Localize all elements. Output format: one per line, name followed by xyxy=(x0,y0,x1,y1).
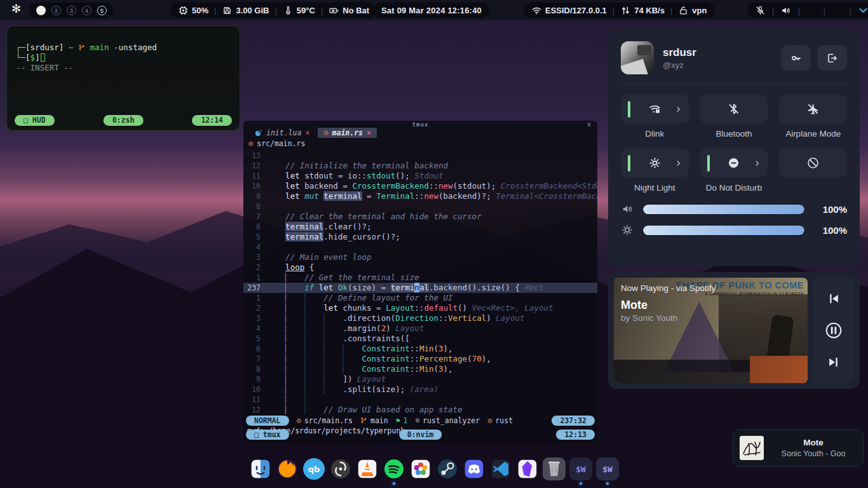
dock-item-terminal-w2: $W xyxy=(596,458,619,485)
battery-status: No Bat xyxy=(329,5,369,16)
trash-icon[interactable] xyxy=(543,458,566,480)
code-line[interactable]: 10 let backend = CrosstermBackend::new(s… xyxy=(243,181,597,191)
window-close-button[interactable]: x xyxy=(587,121,591,128)
terminal-w2-icon[interactable]: $W xyxy=(596,458,619,480)
workspace-3[interactable]: 3 xyxy=(67,6,76,15)
code-line[interactable]: 8 xyxy=(243,201,597,212)
obsidian-icon[interactable] xyxy=(516,458,539,480)
editor-window[interactable]: tmux x init.lua×⚙main.rs× ⚙src/main.rs 1… xyxy=(243,121,597,443)
code-line[interactable]: 6 terminal.clear()?; xyxy=(243,222,597,232)
dnd-toggle[interactable] xyxy=(700,149,768,177)
zsh-session-pill[interactable]: 0:zsh xyxy=(104,115,144,126)
settings-gear-icon[interactable] xyxy=(806,5,817,16)
gear-icon: ⚙ xyxy=(416,416,420,424)
chevron-right-icon[interactable] xyxy=(753,159,761,167)
workspace-1[interactable] xyxy=(36,6,46,15)
chevron-right-icon[interactable] xyxy=(674,159,682,167)
code-line[interactable]: 5 terminal.hide_cursor()?; xyxy=(243,232,597,242)
track-title: Mote xyxy=(621,299,648,312)
volume-slider-row: 100% xyxy=(621,203,847,215)
terminal-w1-icon[interactable]: $W xyxy=(569,458,592,480)
chevron-right-icon[interactable] xyxy=(674,105,682,113)
terminal-window[interactable]: ┌─[srdusr] ~ main -unstaged └─[$] -- INS… xyxy=(6,25,240,131)
vi-mode-indicator: -- INSERT -- xyxy=(16,63,73,72)
distro-logo-icon[interactable]: ✻ xyxy=(11,2,21,16)
photos-icon[interactable] xyxy=(409,458,432,480)
code-line[interactable]: 11 ▏ ▏ xyxy=(243,395,597,405)
code-line[interactable]: 6 ▏ ▏ ▏ ▏ Constraint::Min(3), xyxy=(243,344,597,354)
pause-button[interactable] xyxy=(824,321,843,340)
active-indicator xyxy=(628,101,630,118)
vscode-icon[interactable] xyxy=(489,458,512,480)
code-line[interactable]: 3 ▏ ▏ ▏ .direction(Direction::Vertical) … xyxy=(243,313,597,323)
lua-file-icon xyxy=(254,129,262,137)
code-line[interactable]: 7 ▏ ▏ ▏ ▏ Constraint::Percentage(70), xyxy=(243,354,597,364)
code-line[interactable]: 11 let stdout = io::stdout(); Stdout xyxy=(243,171,597,181)
chevron-down-icon[interactable] xyxy=(858,5,868,16)
vlc-icon[interactable] xyxy=(356,458,379,480)
breadcrumb: ⚙src/main.rs xyxy=(248,139,305,148)
dock-item-steam xyxy=(436,458,459,485)
session-actions xyxy=(781,45,847,71)
wifi-toggle[interactable] xyxy=(621,95,689,123)
bluetooth-toggle[interactable] xyxy=(700,95,768,123)
tab-label: init.lua xyxy=(266,128,301,137)
workspace-2[interactable]: 2 xyxy=(51,6,61,15)
file-manager-icon[interactable] xyxy=(249,458,272,480)
bluetooth-toggle-label: Bluetooth xyxy=(715,129,752,140)
lock-button[interactable] xyxy=(781,45,811,71)
qbittorrent-icon[interactable]: qb xyxy=(303,458,325,480)
tab-close-icon[interactable]: × xyxy=(305,128,309,137)
previous-button[interactable] xyxy=(827,292,841,306)
night-light-toggle[interactable] xyxy=(621,149,689,177)
code-line[interactable]: 1 ▏ ▏ // Define layout for the UI xyxy=(243,293,597,303)
terminal-cursor xyxy=(41,53,45,62)
git-branch-icon xyxy=(360,417,367,424)
blocked-toggle[interactable] xyxy=(779,149,847,177)
volume-slider[interactable] xyxy=(642,204,805,215)
microphone-muted-icon[interactable] xyxy=(755,5,766,16)
network-widget: ESSID/127.0.0.1|74 KB/s|vpn xyxy=(524,3,714,18)
tab-close-icon[interactable]: × xyxy=(367,128,371,137)
spotify-icon[interactable] xyxy=(383,458,405,480)
code-area[interactable]: 1312 // Initialize the terminal backend1… xyxy=(243,151,597,415)
code-line[interactable]: 4 ▏ ▏ ▏ .margin(2) Layout xyxy=(243,323,597,334)
code-line[interactable]: 9 ▏ ▏ ▏ ]) Layout xyxy=(243,374,597,384)
hud-pill[interactable]: □ HUD xyxy=(15,115,55,126)
code-line[interactable]: 5 ▏ ▏ ▏ .constraints([ xyxy=(243,334,597,344)
prompt-corner2: └─ xyxy=(16,53,25,62)
tmux-session-pill[interactable]: □ tmux xyxy=(246,430,289,440)
code-line[interactable]: 13 xyxy=(243,151,597,161)
code-line[interactable]: 3 // Main event loop xyxy=(243,252,597,262)
workspace-5[interactable]: 5 xyxy=(97,6,107,15)
mail-icon[interactable] xyxy=(832,5,843,16)
steam-icon[interactable] xyxy=(436,458,459,480)
code-line[interactable]: 9 let mut terminal = Terminal::new(backe… xyxy=(243,191,597,201)
editor-tab-main.rs[interactable]: ⚙main.rs× xyxy=(318,128,377,138)
firefox-icon[interactable] xyxy=(276,458,299,480)
obs-icon[interactable] xyxy=(329,458,352,480)
workspace-4[interactable]: 4 xyxy=(82,6,92,15)
system-tray: ||||| xyxy=(747,3,868,18)
code-line[interactable]: 2 ▏ ▏ let chunks = Layout::default() Vec… xyxy=(243,303,597,313)
airplane-toggle[interactable] xyxy=(779,95,847,123)
tmux-window-pill[interactable]: 0:nvim xyxy=(399,430,442,440)
volume-icon[interactable] xyxy=(780,5,791,16)
line-number: 13 xyxy=(243,151,266,161)
code-line[interactable]: 4 xyxy=(243,242,597,252)
line-content: ▏ ▏ ▏ .direction(Direction::Vertical) La… xyxy=(266,313,597,323)
code-line[interactable]: 12 ▏ ▏ // Draw UI based on app state xyxy=(243,405,597,415)
code-line[interactable]: 7 // Clear the terminal and hide the cur… xyxy=(243,212,597,222)
code-line[interactable]: 2 loop { xyxy=(243,262,597,273)
discord-icon[interactable] xyxy=(463,458,485,480)
editor-tab-init.lua[interactable]: init.lua× xyxy=(248,128,315,138)
brightness-slider[interactable] xyxy=(642,225,805,236)
code-line[interactable]: 8 ▏ ▏ ▏ ▏ Constraint::Min(3), xyxy=(243,364,597,374)
clock-widget[interactable]: Sat 09 Mar 2024 12:16:40 xyxy=(374,3,489,18)
code-line[interactable]: 1 ▏ // Get the terminal size xyxy=(243,273,597,283)
code-line-current[interactable]: 237 ▏ if let Ok(size) = terminal.backend… xyxy=(243,283,597,293)
code-line[interactable]: 12 // Initialize the terminal backend xyxy=(243,161,597,171)
logout-button[interactable] xyxy=(817,45,847,71)
code-line[interactable]: 10 ▏ ▏ ▏ .split(size); (area) xyxy=(243,384,597,395)
next-button[interactable] xyxy=(827,355,841,369)
